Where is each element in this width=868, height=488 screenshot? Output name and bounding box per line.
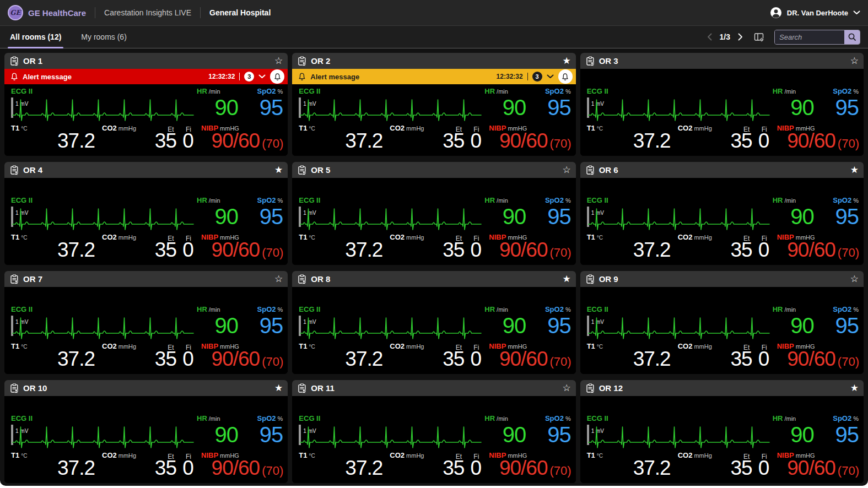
co2-label: CO2mmHg: [678, 451, 712, 459]
room-header[interactable]: OR 11 ☆: [292, 380, 575, 396]
divider: [95, 7, 95, 18]
t1-value: 37.2: [345, 458, 382, 478]
room-vitals-panel: ECG II 1 mV HR/min 90 SpO2% 95 T1°C 37.2…: [292, 287, 575, 374]
room-name: OR 9: [599, 274, 618, 284]
alert-message: Alert message: [310, 73, 359, 81]
spo2-unit: %: [853, 306, 859, 313]
room-header[interactable]: OR 7 ☆: [4, 271, 288, 287]
t1-label: T1°C: [11, 124, 27, 132]
room-header[interactable]: OR 3 ☆: [580, 53, 864, 69]
co2-unit: mmHg: [406, 125, 424, 132]
room-header[interactable]: OR 2 ★: [292, 53, 575, 69]
hr-value: 90: [192, 424, 238, 446]
hr-unit: /min: [209, 88, 220, 95]
page-next-button[interactable]: [737, 32, 744, 42]
t1-unit: °C: [597, 453, 603, 459]
tab-all-rooms[interactable]: All rooms (12): [8, 26, 63, 48]
t1-label: T1°C: [587, 451, 603, 459]
hr-unit: /min: [784, 306, 796, 313]
room-vitals-panel: ECG II 1 mV HR/min 90 SpO2% 95 T1°C 37.2…: [4, 396, 288, 483]
room-clipboard-icon: [9, 165, 19, 175]
co2-unit: mmHg: [694, 125, 711, 132]
co2-unit: mmHg: [406, 452, 424, 459]
user-menu[interactable]: DR. Van DerHoote: [770, 7, 860, 19]
co2-et-value: 35: [428, 131, 464, 151]
t1-unit: °C: [21, 453, 27, 459]
favorite-star-icon[interactable]: ★: [562, 56, 570, 66]
alert-time: 12:32:32: [208, 73, 235, 80]
or-room-tile: OR 9 ☆ ECG II 1 mV HR/min 90 SpO2% 95 T1…: [580, 271, 864, 374]
search-box: [774, 30, 860, 45]
favorite-star-icon[interactable]: ★: [850, 165, 859, 175]
page-prev-button[interactable]: [706, 32, 713, 42]
room-name: OR 3: [599, 56, 618, 66]
room-header[interactable]: OR 5 ☆: [292, 162, 575, 178]
t1-unit: °C: [309, 453, 315, 459]
nibp-mean-value: (70): [838, 355, 859, 368]
favorite-star-icon[interactable]: ★: [274, 383, 283, 393]
room-header[interactable]: OR 9 ☆: [580, 271, 864, 287]
alert-silence-button[interactable]: [558, 69, 573, 84]
t1-label: T1°C: [587, 233, 603, 241]
chevron-down-icon[interactable]: [547, 74, 554, 79]
nibp-value: 90/60(70): [499, 240, 572, 260]
room-clipboard-icon: [585, 383, 595, 393]
co2-et-value: 35: [428, 349, 464, 369]
co2-et-value: 35: [716, 349, 752, 369]
favorite-star-icon[interactable]: ☆: [850, 274, 859, 284]
co2-unit: mmHg: [406, 343, 424, 350]
room-clipboard-icon: [9, 56, 19, 66]
favorite-star-icon[interactable]: ☆: [274, 56, 283, 66]
hr-unit: /min: [497, 197, 508, 204]
hr-value: 90: [768, 424, 814, 446]
tab-my-rooms[interactable]: My rooms (6): [79, 26, 128, 48]
room-header[interactable]: OR 8 ★: [292, 271, 575, 287]
pagination: 1/3: [706, 32, 744, 42]
search-input[interactable]: [775, 30, 844, 44]
room-header[interactable]: OR 4 ★: [4, 162, 288, 178]
room-header[interactable]: OR 10 ★: [4, 380, 288, 396]
hr-value: 90: [479, 96, 526, 118]
spo2-label: SpO2%: [257, 305, 283, 313]
layout-settings-button[interactable]: [753, 31, 765, 44]
favorite-star-icon[interactable]: ☆: [562, 165, 570, 175]
hr-value: 90: [768, 315, 814, 337]
favorite-star-icon[interactable]: ★: [850, 383, 859, 393]
spo2-value: 95: [260, 315, 283, 337]
alert-banner[interactable]: Alert message 12:32:32 3: [292, 69, 575, 84]
room-header[interactable]: OR 12 ★: [580, 380, 864, 396]
nibp-value: 90/60(70): [212, 349, 284, 369]
spo2-label: SpO2%: [545, 87, 571, 95]
favorite-star-icon[interactable]: ☆: [850, 56, 859, 66]
alert-silence-button[interactable]: [270, 69, 284, 84]
t1-value: 37.2: [57, 131, 95, 151]
nibp-mean-value: (70): [262, 355, 283, 368]
alert-banner[interactable]: Alert message 12:32:32 3: [4, 69, 288, 84]
alert-controls: 12:32:32 3: [497, 69, 573, 84]
bell-icon: [561, 73, 569, 81]
co2-fi-value: 0: [179, 458, 197, 478]
t1-value: 37.2: [633, 349, 671, 369]
spo2-value: 95: [547, 205, 571, 227]
co2-label: CO2mmHg: [390, 451, 424, 459]
co2-unit: mmHg: [118, 343, 136, 350]
ecg-waveform: [588, 420, 772, 452]
spo2-value: 95: [260, 205, 283, 227]
chevron-down-icon[interactable]: [853, 10, 860, 15]
room-header[interactable]: OR 6 ★: [580, 162, 864, 178]
user-avatar-icon: [770, 7, 782, 19]
room-name: OR 12: [599, 383, 623, 393]
favorite-star-icon[interactable]: ☆: [562, 383, 570, 393]
spo2-label: SpO2%: [833, 196, 859, 204]
favorite-star-icon[interactable]: ★: [274, 165, 283, 175]
search-button[interactable]: [844, 30, 860, 44]
room-name: OR 4: [23, 165, 42, 175]
favorite-star-icon[interactable]: ☆: [274, 274, 283, 284]
spo2-label: SpO2%: [833, 414, 859, 422]
room-header[interactable]: OR 1 ☆: [4, 53, 288, 69]
favorite-star-icon[interactable]: ★: [562, 274, 570, 284]
room-name: OR 8: [311, 274, 330, 284]
spo2-unit: %: [565, 306, 571, 313]
co2-label: CO2mmHg: [390, 342, 424, 350]
chevron-down-icon[interactable]: [258, 74, 266, 79]
